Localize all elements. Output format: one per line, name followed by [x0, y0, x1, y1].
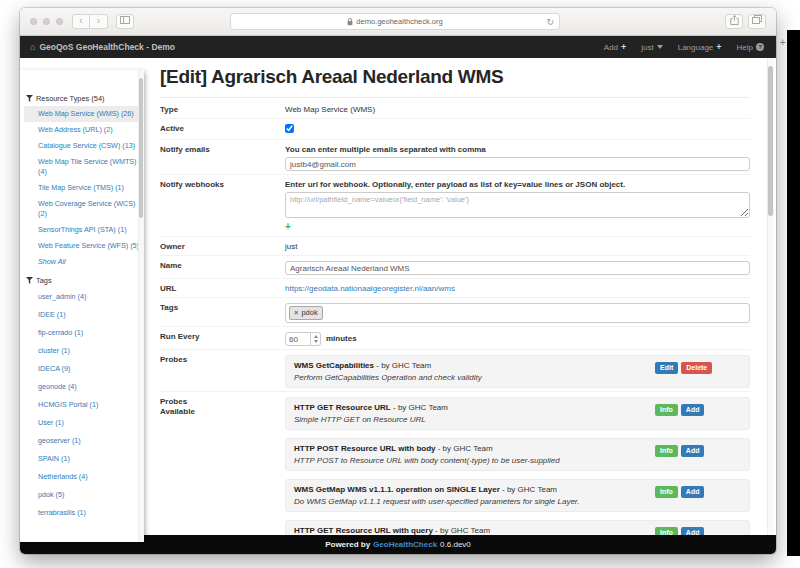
sidebar-resource-type-item[interactable]: Catalogue Service (CSW) (13)	[24, 138, 144, 154]
address-bar[interactable]: demo.geohealthcheck.org ↻	[230, 13, 560, 30]
sidebar-resource-type-item[interactable]: Web Coverage Service (WCS) (2)	[24, 196, 144, 222]
sidebar-tag-item[interactable]: HCMGIS Portal (1)	[24, 396, 144, 414]
run-every-stepper[interactable]	[311, 332, 321, 346]
close-window-icon[interactable]	[30, 18, 37, 25]
sidebar-resource-type-item[interactable]: Web Address (URL) (2)	[24, 122, 144, 138]
tags-row: Tags × pdok	[160, 297, 750, 326]
share-button[interactable]	[725, 14, 743, 29]
filter-icon	[26, 277, 33, 284]
tag-list: user_admin (4)IDEE (1)fip-cerrado (1)clu…	[24, 288, 144, 522]
owner-row: Owner just	[160, 236, 750, 255]
info-button[interactable]: Info	[655, 445, 678, 457]
sidebar-tag-item[interactable]: geoserver (1)	[24, 432, 144, 450]
url-row: URL https://geodata.nationaalgeoregister…	[160, 278, 750, 297]
sidebar-scrollbar-thumb[interactable]	[139, 78, 143, 218]
edit-button[interactable]: Edit	[655, 362, 678, 374]
add-webhook-button[interactable]: +	[285, 222, 291, 232]
notify-webhooks-label: Notify webhooks	[160, 178, 285, 233]
resource-url-link[interactable]: https://geodata.nationaalgeoregister.nl/…	[285, 284, 455, 293]
probe-title: WMS GetMap WMS v1.1.1. operation on SING…	[294, 485, 500, 494]
sidebar-resource-type-item[interactable]: Web Feature Service (WFS) (5)	[24, 238, 144, 254]
probe-summary: HTTP POST to Resource URL with body cont…	[294, 456, 647, 465]
probe-description: HTTP GET Resource URL - by GHC TeamSimpl…	[294, 403, 655, 424]
sidebar-scrollbar[interactable]	[138, 70, 144, 542]
main-scrollbar[interactable]	[767, 58, 774, 535]
notify-emails-input[interactable]	[285, 157, 750, 171]
minimize-window-icon[interactable]	[43, 18, 50, 25]
active-checkbox[interactable]	[285, 124, 294, 133]
sidebar-tag-item[interactable]: pdok (5)	[24, 486, 144, 504]
reload-icon[interactable]: ↻	[546, 17, 554, 27]
notify-emails-label: Notify emails	[160, 143, 285, 171]
notify-webhooks-row: Notify webhooks Enter url for webhook. O…	[160, 174, 750, 236]
sidebar-tag-item[interactable]: SPAIN (1)	[24, 450, 144, 468]
probe-summary: Simple HTTP GET on Resource URL	[294, 415, 647, 424]
probe-description: HTTP GET Resource URL with query - by GH…	[294, 526, 655, 535]
probe-actions: InfoAdd	[655, 485, 741, 506]
sidebar-tag-item[interactable]: IDEE (1)	[24, 306, 144, 324]
sidebar-tag-item[interactable]: user_admin (4)	[24, 288, 144, 306]
sidebar-tag-item[interactable]: cluster (1)	[24, 342, 144, 360]
probes-row: Probes WMS GetCapabilities - by GHC Team…	[160, 349, 750, 391]
back-button[interactable]: ‹	[72, 14, 90, 29]
app-brand[interactable]: ⌂ GeoQoS GeoHealthCheck - Demo	[30, 42, 175, 52]
probe-byline: - by GHC Team	[433, 526, 490, 535]
powered-by-text: Powered by	[325, 540, 370, 549]
sidebar-resource-type-item[interactable]: Web Map Service (WMS) (26)	[24, 106, 144, 122]
nav-item-label: Add	[604, 43, 618, 52]
version-text: 0.6.dev0	[440, 540, 471, 549]
address-text: demo.geohealthcheck.org	[356, 17, 442, 26]
sidebar-resource-type-item[interactable]: Web Map Tile Service (WMTS) (4)	[24, 154, 144, 180]
new-tab-icon[interactable]: +	[780, 36, 786, 48]
sidebar-resource-type-item[interactable]: SensorThings API (STA) (1)	[24, 222, 144, 238]
probe-actions: InfoAdd	[655, 526, 741, 535]
forward-button[interactable]: ›	[90, 14, 108, 29]
add-button[interactable]: Add	[681, 404, 705, 416]
navbar-menu: Add+justLanguage+Help?	[604, 42, 764, 52]
probe-title: HTTP POST Resource URL with body	[294, 444, 436, 453]
active-row: Active	[160, 118, 750, 139]
tabs-button[interactable]	[748, 14, 766, 29]
nav-item-help[interactable]: Help?	[737, 43, 764, 52]
main-content: [Edit] Agrarisch Areaal Nederland WMS Ty…	[160, 58, 750, 535]
type-row: Type Web Map Service (WMS)	[160, 100, 750, 118]
notify-webhooks-help: Enter url for webhook. Optionally, enter…	[285, 180, 750, 190]
add-button[interactable]: Add	[681, 486, 705, 498]
sidebar-tag-item[interactable]: terrabrasilis (1)	[24, 504, 144, 522]
sidebar-tag-item[interactable]: Netherlands (4)	[24, 468, 144, 486]
info-button[interactable]: Info	[655, 404, 678, 416]
sidebar-tag-item[interactable]: geonode (4)	[24, 378, 144, 396]
info-button[interactable]: Info	[655, 486, 678, 498]
probe-summary: Perform GetCapabilities Operation and ch…	[294, 373, 647, 382]
delete-button[interactable]: Delete	[681, 362, 712, 374]
nav-item-add[interactable]: Add+	[604, 42, 627, 52]
geohealthcheck-link[interactable]: GeoHealthCheck	[373, 540, 437, 549]
sidebar-tag-item[interactable]: IDECA (9)	[24, 360, 144, 378]
nav-item-just[interactable]: just	[641, 43, 662, 52]
type-label: Type	[160, 103, 285, 115]
name-input[interactable]	[285, 261, 750, 275]
info-button[interactable]: Info	[655, 527, 678, 535]
main-scrollbar-thumb[interactable]	[768, 66, 773, 216]
tags-input[interactable]: × pdok	[285, 303, 750, 323]
sidebar-tag-item[interactable]: fip-cerrado (1)	[24, 324, 144, 342]
sidebar-toggle-button[interactable]	[116, 14, 134, 29]
add-button[interactable]: Add	[681, 527, 705, 535]
run-every-row: Run Every minutes	[160, 326, 750, 349]
plus-icon: +	[716, 42, 721, 52]
notify-emails-row: Notify emails You can enter multiple ema…	[160, 139, 750, 174]
tabs-icon	[752, 15, 762, 24]
notify-emails-help: You can enter multiple emails separated …	[285, 145, 750, 155]
sidebar-tag-item[interactable]: User (1)	[24, 414, 144, 432]
zoom-window-icon[interactable]	[56, 18, 63, 25]
browser-window: ‹ › demo.geohealthcheck.org ↻ ⌂ GeoQoS G…	[20, 8, 776, 554]
sidebar-resource-type-item[interactable]: Show All	[24, 254, 144, 270]
remove-tag-icon[interactable]: ×	[294, 308, 298, 318]
nav-item-label: Help	[737, 43, 753, 52]
probe-panel: HTTP GET Resource URL - by GHC TeamSimpl…	[285, 397, 750, 430]
sidebar-resource-type-item[interactable]: Tile Map Service (TMS) (1)	[24, 180, 144, 196]
notify-webhooks-input[interactable]	[285, 192, 750, 218]
add-button[interactable]: Add	[681, 445, 705, 457]
run-every-input[interactable]	[285, 332, 311, 346]
nav-item-language[interactable]: Language+	[678, 42, 722, 52]
